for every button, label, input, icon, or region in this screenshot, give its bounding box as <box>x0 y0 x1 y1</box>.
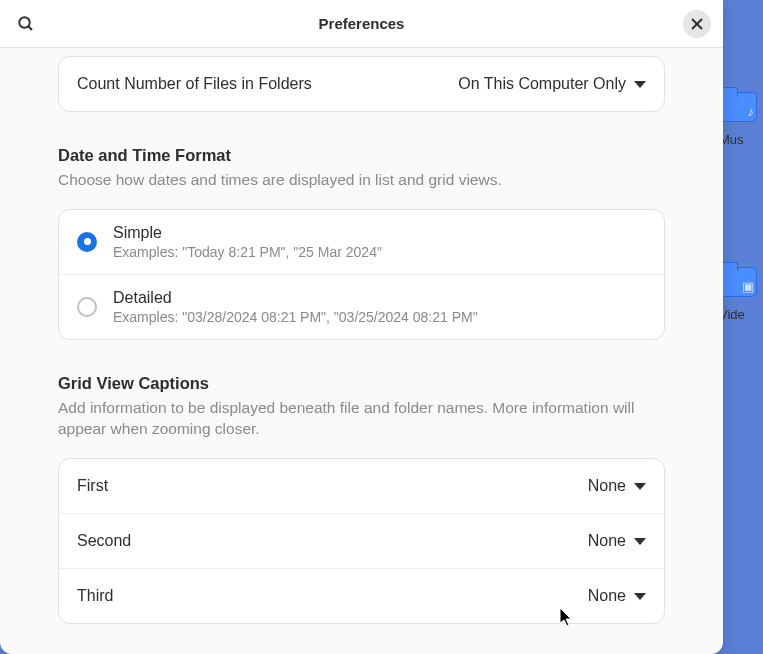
titlebar: Preferences <box>0 0 723 48</box>
count-files-value: On This Computer Only <box>458 75 626 93</box>
datetime-desc: Choose how dates and times are displayed… <box>58 169 665 191</box>
captions-desc: Add information to be displayed beneath … <box>58 397 665 440</box>
count-files-dropdown[interactable]: On This Computer Only <box>458 75 646 93</box>
caption-first-dropdown[interactable]: None <box>588 477 646 495</box>
radio-simple[interactable] <box>77 232 97 252</box>
search-button[interactable] <box>12 10 40 38</box>
radio-body: Simple Examples: "Today 8:21 PM", "25 Ma… <box>113 224 382 260</box>
count-files-label: Count Number of Files in Folders <box>77 75 312 93</box>
caption-third-dropdown[interactable]: None <box>588 587 646 605</box>
captions-section-header: Grid View Captions Add information to be… <box>58 374 665 440</box>
preferences-content[interactable]: Count Number of Files in Folders On This… <box>0 48 723 654</box>
caption-first-value: None <box>588 477 626 495</box>
bg-folder-music: ♪ Mus <box>719 92 757 147</box>
count-files-row[interactable]: Count Number of Files in Folders On This… <box>59 57 664 111</box>
captions-group: First None Second None Third None <box>58 458 665 624</box>
datetime-option-detailed[interactable]: Detailed Examples: "03/28/2024 08:21 PM"… <box>59 275 664 339</box>
datetime-options-group: Simple Examples: "Today 8:21 PM", "25 Ma… <box>58 209 665 340</box>
video-icon: ▣ <box>742 279 754 294</box>
caption-third-label: Third <box>77 587 113 605</box>
caption-row-third[interactable]: Third None <box>59 569 664 623</box>
caption-second-label: Second <box>77 532 131 550</box>
preferences-window: Preferences Count Number of Files in Fol… <box>0 0 723 654</box>
captions-title: Grid View Captions <box>58 374 665 393</box>
folder-icon: ♪ <box>719 92 757 122</box>
bg-folder-videos: ▣ Vide <box>719 267 757 322</box>
svg-line-1 <box>28 26 32 30</box>
caption-first-label: First <box>77 477 108 495</box>
datetime-title: Date and Time Format <box>58 146 665 165</box>
radio-body: Detailed Examples: "03/28/2024 08:21 PM"… <box>113 289 478 325</box>
close-button[interactable] <box>683 10 711 38</box>
caption-row-first[interactable]: First None <box>59 459 664 514</box>
close-icon <box>691 18 703 30</box>
datetime-option-simple[interactable]: Simple Examples: "Today 8:21 PM", "25 Ma… <box>59 210 664 275</box>
chevron-down-icon <box>634 81 646 88</box>
svg-point-0 <box>19 17 30 28</box>
folder-icon: ▣ <box>719 267 757 297</box>
music-note-icon: ♪ <box>748 104 755 119</box>
caption-second-dropdown[interactable]: None <box>588 532 646 550</box>
radio-simple-sub: Examples: "Today 8:21 PM", "25 Mar 2024" <box>113 244 382 260</box>
chevron-down-icon <box>634 483 646 490</box>
search-icon <box>17 15 35 33</box>
caption-third-value: None <box>588 587 626 605</box>
chevron-down-icon <box>634 538 646 545</box>
count-files-group: Count Number of Files in Folders On This… <box>58 56 665 112</box>
caption-second-value: None <box>588 532 626 550</box>
window-title: Preferences <box>319 15 405 32</box>
radio-detailed[interactable] <box>77 297 97 317</box>
radio-simple-label: Simple <box>113 224 382 242</box>
caption-row-second[interactable]: Second None <box>59 514 664 569</box>
radio-detailed-sub: Examples: "03/28/2024 08:21 PM", "03/25/… <box>113 309 478 325</box>
radio-detailed-label: Detailed <box>113 289 478 307</box>
chevron-down-icon <box>634 593 646 600</box>
datetime-section-header: Date and Time Format Choose how dates an… <box>58 146 665 191</box>
